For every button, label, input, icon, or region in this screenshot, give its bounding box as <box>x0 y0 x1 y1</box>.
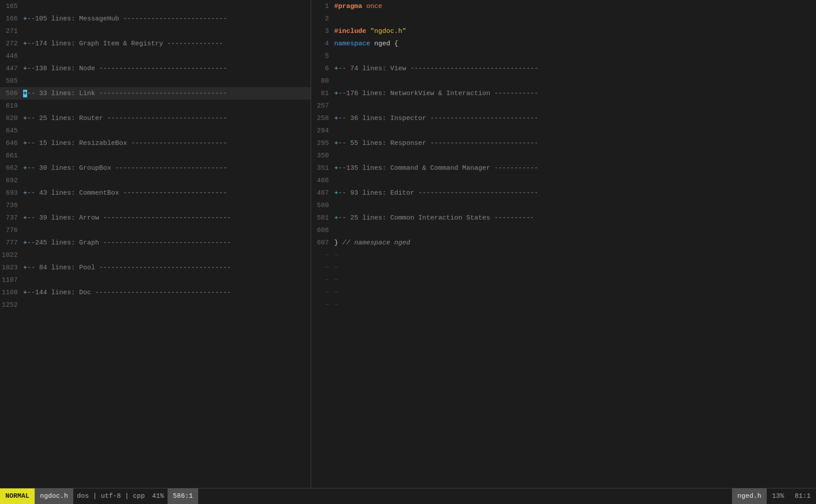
line-number: 350 <box>313 152 334 160</box>
line-number: 165 <box>2 3 23 10</box>
line-content: +--245 lines: Graph --------------------… <box>23 239 231 247</box>
line-number: 3 <box>313 28 334 35</box>
line-content: +-- 39 lines: Arrow --------------------… <box>23 214 231 222</box>
line-number: ~ <box>313 252 334 259</box>
line-row: 487 +-- 93 lines: Editor ---------------… <box>311 187 816 199</box>
line-row: 661 <box>0 149 311 162</box>
line-number: 585 <box>2 77 23 85</box>
line-row: 777 +--245 lines: Graph ----------------… <box>0 236 311 249</box>
left-pane: 165 166 +--105 lines: MessageHub -------… <box>0 0 311 488</box>
line-number: 662 <box>2 164 23 172</box>
line-content: +--105 lines: MessageHub ---------------… <box>23 15 227 23</box>
line-row: 350 <box>311 149 816 162</box>
right-code-lines[interactable]: 1 #pragma once 2 3 #include "ngdoc.h" <box>311 0 816 488</box>
line-content: ~ <box>334 252 338 259</box>
line-number: ~ <box>313 264 334 272</box>
line-number: 295 <box>313 140 334 147</box>
line-content: ~ <box>334 264 338 272</box>
line-row: 81 +--176 lines: NetworkView & Interacti… <box>311 87 816 100</box>
line-number: 693 <box>2 189 23 197</box>
line-number: ~ <box>313 301 334 309</box>
line-row: 447 +--138 lines: Node -----------------… <box>0 62 311 75</box>
line-row: 693 +-- 43 lines: CommentBox -----------… <box>0 187 311 199</box>
line-number: 581 <box>313 214 334 222</box>
right-pane: 1 #pragma once 2 3 #include "ngdoc.h" <box>311 0 816 488</box>
line-content: +-- 55 lines: Responser ----------------… <box>334 140 538 147</box>
status-left-percent: 41% <box>148 488 168 504</box>
line-number: 166 <box>2 15 23 23</box>
status-mode: NORMAL <box>0 488 35 504</box>
line-row: 620 +-- 25 lines: Router ---------------… <box>0 112 311 124</box>
line-row: ~ ~ <box>311 299 816 311</box>
line-number: 1022 <box>2 252 23 259</box>
line-number: 272 <box>2 40 23 48</box>
line-row: 80 <box>311 75 816 87</box>
status-left-filename: ngdoc.h <box>35 488 73 504</box>
line-row: 5 <box>311 50 816 62</box>
line-number: 661 <box>2 152 23 160</box>
line-row: 1108 +--144 lines: Doc -----------------… <box>0 286 311 299</box>
line-row: 1252 <box>0 299 311 311</box>
line-number: 692 <box>2 177 23 184</box>
line-number: 258 <box>313 115 334 122</box>
line-row: ~ ~ <box>311 261 816 274</box>
line-row: 294 <box>311 124 816 137</box>
line-number: 776 <box>2 227 23 234</box>
line-row: 486 <box>311 174 816 187</box>
line-content: +--138 lines: Node ---------------------… <box>23 65 227 72</box>
line-row: 2 <box>311 12 816 25</box>
line-number: 777 <box>2 239 23 247</box>
line-number: 447 <box>2 65 23 72</box>
line-row: 258 +-- 36 lines: Inspector ------------… <box>311 112 816 124</box>
status-right-filename: nged.h <box>732 488 767 504</box>
line-row: 3 #include "ngdoc.h" <box>311 25 816 37</box>
line-content: ~ <box>334 276 338 284</box>
line-number: ~ <box>313 276 334 284</box>
line-number: 619 <box>2 102 23 110</box>
line-number: 257 <box>313 102 334 110</box>
line-row: 1 #pragma once <box>311 0 816 12</box>
line-number: 486 <box>313 177 334 184</box>
line-row: 165 <box>0 0 311 12</box>
line-number: 736 <box>2 202 23 209</box>
line-number: 487 <box>313 189 334 197</box>
line-row: 271 <box>0 25 311 37</box>
line-row: ~ ~ <box>311 274 816 286</box>
line-row: 580 <box>311 199 816 212</box>
line-number: 1107 <box>2 276 23 284</box>
line-content: +-- 93 lines: Editor -------------------… <box>334 189 538 197</box>
line-row: 585 <box>0 75 311 87</box>
status-left-pos: 586:1 <box>168 488 198 504</box>
line-row: 446 <box>0 50 311 62</box>
line-row: 737 +-- 39 lines: Arrow ----------------… <box>0 212 311 224</box>
line-row: 619 <box>0 100 311 112</box>
line-number: 580 <box>313 202 334 209</box>
line-row: ~ ~ <box>311 249 816 261</box>
status-encoding: dos | utf-8 | cpp <box>77 492 145 500</box>
line-row: 736 <box>0 199 311 212</box>
line-row: 646 +-- 15 lines: ResizableBox ---------… <box>0 137 311 149</box>
line-content: +-- 33 lines: Link ---------------------… <box>23 90 227 97</box>
line-number: 1108 <box>2 289 23 296</box>
left-code-lines[interactable]: 165 166 +--105 lines: MessageHub -------… <box>0 0 311 488</box>
status-right-section: nged.h 13% 81:1 <box>728 488 816 504</box>
line-row: 645 <box>0 124 311 137</box>
line-number: 80 <box>313 77 334 85</box>
line-content: +-- 25 lines: Router -------------------… <box>23 115 227 122</box>
line-number: 446 <box>2 52 23 60</box>
line-row: 351 +--135 lines: Command & Command Mana… <box>311 162 816 174</box>
line-row: 257 <box>311 100 816 112</box>
line-row: 272 +--174 lines: Graph Item & Registry … <box>0 37 311 50</box>
line-number: 1252 <box>2 301 23 309</box>
status-bar: NORMAL ngdoc.h dos | utf-8 | cpp 41% 586… <box>0 488 816 504</box>
line-number: 1 <box>313 3 334 10</box>
line-number: 646 <box>2 140 23 147</box>
line-number: 6 <box>313 65 334 72</box>
line-number: 2 <box>313 15 334 23</box>
line-number: 81 <box>313 90 334 97</box>
line-row: ~ ~ <box>311 286 816 299</box>
line-content: } // namespace nged <box>334 239 410 247</box>
line-row: 1022 <box>0 249 311 261</box>
line-row: 1107 <box>0 274 311 286</box>
line-row: 662 +-- 30 lines: GroupBox -------------… <box>0 162 311 174</box>
